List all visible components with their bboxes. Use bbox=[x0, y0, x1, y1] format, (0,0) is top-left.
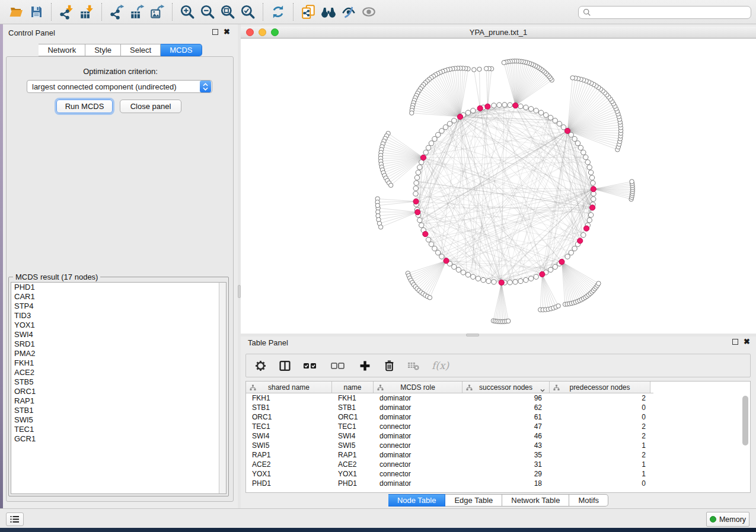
cell-predecessor-nodes: 2 bbox=[550, 451, 650, 459]
zoom-selected-icon[interactable] bbox=[238, 2, 258, 22]
network-canvas[interactable] bbox=[241, 39, 756, 334]
table-row[interactable]: ACE2 ACE2 connector 31 1 bbox=[246, 460, 750, 469]
global-search[interactable] bbox=[578, 6, 751, 19]
mcds-result-item[interactable]: GCR1 bbox=[11, 434, 219, 444]
column-header[interactable]: successor nodes bbox=[462, 382, 550, 393]
mcds-result-item[interactable]: CAR1 bbox=[11, 292, 219, 302]
mcds-result-item[interactable]: TEC1 bbox=[11, 425, 219, 434]
new-network-from-selection-icon[interactable] bbox=[298, 2, 318, 22]
refresh-layout-icon[interactable] bbox=[268, 2, 288, 22]
network-graph bbox=[241, 39, 756, 334]
show-columns-icon[interactable] bbox=[279, 360, 291, 371]
table-panel-close-icon[interactable]: ✖ bbox=[744, 339, 750, 345]
table-row[interactable]: STB1 STB1 dominator 62 0 bbox=[246, 403, 750, 412]
export-table-icon[interactable] bbox=[127, 2, 147, 22]
cell-shared-name: YOX1 bbox=[246, 470, 332, 478]
cell-predecessor-nodes: 1 bbox=[550, 460, 650, 469]
cell-mcds-role: dominator bbox=[374, 413, 462, 421]
control-panel-float-icon[interactable] bbox=[212, 29, 218, 35]
mcds-result-item[interactable]: STB1 bbox=[11, 406, 219, 415]
cell-successor-nodes: 31 bbox=[462, 460, 550, 469]
save-session-icon[interactable] bbox=[26, 2, 46, 22]
cell-name: TEC1 bbox=[332, 422, 374, 431]
select-all-icon[interactable] bbox=[303, 360, 318, 371]
table-row[interactable]: FKH1 FKH1 dominator 96 2 bbox=[246, 393, 750, 403]
import-table-icon[interactable] bbox=[76, 2, 97, 22]
horizontal-splitter[interactable] bbox=[241, 334, 756, 336]
mcds-result-item[interactable]: SWI5 bbox=[11, 415, 219, 425]
table-row[interactable]: SWI5 SWI5 connector 43 1 bbox=[246, 441, 750, 450]
open-session-icon[interactable] bbox=[6, 2, 26, 22]
task-history-button[interactable] bbox=[6, 512, 24, 526]
zoom-in-icon[interactable] bbox=[177, 2, 197, 22]
cell-predecessor-nodes: 1 bbox=[550, 470, 650, 478]
cell-successor-nodes: 35 bbox=[462, 451, 550, 459]
mcds-result-item[interactable]: PMA2 bbox=[11, 349, 219, 358]
mcds-result-item[interactable]: STB5 bbox=[11, 377, 219, 387]
cell-mcds-role: connector bbox=[374, 460, 462, 469]
cell-mcds-role: connector bbox=[374, 470, 462, 478]
mcds-result-item[interactable]: SRD1 bbox=[11, 339, 219, 349]
export-image-icon[interactable] bbox=[147, 2, 167, 22]
control-panel-tab[interactable]: MCDS bbox=[161, 44, 202, 56]
table-row[interactable]: SWI4 SWI4 dominator 46 2 bbox=[246, 431, 750, 441]
close-panel-button[interactable]: Close panel bbox=[120, 100, 181, 113]
mcds-result-list[interactable]: PHD1 CAR1 STP4 TID3 YOX1 SWI4 SRD1 PMA2 … bbox=[11, 282, 220, 494]
optimization-criterion-select[interactable]: largest connected component (undirected) bbox=[27, 80, 212, 93]
mcds-list-scrollbar[interactable] bbox=[219, 282, 227, 494]
zoom-fit-icon[interactable] bbox=[218, 2, 238, 22]
deselect-all-icon[interactable] bbox=[331, 360, 346, 371]
delete-row-icon[interactable] bbox=[383, 360, 395, 371]
export-network-icon[interactable] bbox=[107, 2, 127, 22]
table-row[interactable]: RAP1 RAP1 dominator 35 2 bbox=[246, 450, 750, 460]
table-panel-tab[interactable]: Network Table bbox=[502, 494, 569, 507]
table-row[interactable]: PHD1 PHD1 dominator 18 0 bbox=[246, 479, 750, 488]
table-panel-tab[interactable]: Motifs bbox=[569, 494, 608, 507]
mcds-result-item[interactable]: TID3 bbox=[11, 311, 219, 321]
mcds-result-item[interactable]: SWI4 bbox=[11, 330, 219, 339]
control-panel-close-icon[interactable]: ✖ bbox=[224, 29, 230, 35]
mcds-result-item[interactable]: ORC1 bbox=[11, 387, 219, 396]
control-panel-tab[interactable]: Network bbox=[39, 44, 85, 56]
column-type-icon bbox=[377, 384, 384, 393]
import-network-icon[interactable] bbox=[56, 2, 76, 22]
table-row[interactable]: TEC1 TEC1 connector 47 2 bbox=[246, 422, 750, 431]
toolbar-separator bbox=[101, 3, 102, 21]
zoom-out-icon[interactable] bbox=[197, 2, 218, 22]
mcds-result-item[interactable]: RAP1 bbox=[11, 396, 219, 406]
column-header[interactable]: name bbox=[332, 382, 374, 393]
cell-predecessor-nodes: 0 bbox=[550, 403, 650, 412]
table-panel-float-icon[interactable] bbox=[732, 339, 738, 345]
network-window-titlebar[interactable]: YPA_prune.txt_1 bbox=[241, 27, 756, 39]
mcds-result-item[interactable]: ACE2 bbox=[11, 368, 219, 377]
find-icon[interactable] bbox=[318, 2, 339, 22]
mcds-result-item[interactable]: PHD1 bbox=[11, 283, 219, 292]
mcds-result-item[interactable]: FKH1 bbox=[11, 358, 219, 368]
column-label: predecessor nodes bbox=[569, 383, 630, 392]
delete-table-icon bbox=[407, 360, 419, 371]
table-panel-tab[interactable]: Edge Table bbox=[445, 494, 502, 507]
mcds-result-item[interactable]: STP4 bbox=[11, 302, 219, 311]
search-input[interactable] bbox=[591, 7, 751, 18]
mcds-result-item[interactable]: YOX1 bbox=[11, 321, 219, 330]
table-panel-tab[interactable]: Node Table bbox=[388, 494, 446, 507]
run-mcds-button[interactable]: Run MCDS bbox=[56, 100, 113, 113]
hide-selected-icon[interactable] bbox=[339, 2, 359, 22]
table-settings-icon[interactable] bbox=[254, 360, 266, 371]
column-header[interactable]: MCDS role bbox=[374, 382, 462, 393]
table-scrollbar[interactable] bbox=[742, 395, 749, 492]
splitter-grip[interactable] bbox=[466, 334, 479, 336]
control-panel-tab[interactable]: Select bbox=[121, 44, 161, 56]
memory-label: Memory bbox=[719, 515, 746, 524]
table-row[interactable]: YOX1 YOX1 connector 29 1 bbox=[246, 469, 750, 479]
control-panel-tab[interactable]: Style bbox=[85, 44, 121, 56]
selected-criterion-value: largest connected component (undirected) bbox=[27, 82, 200, 91]
cell-name: YOX1 bbox=[332, 470, 374, 478]
toolbar-separator bbox=[51, 3, 52, 21]
column-header[interactable]: shared name bbox=[246, 382, 332, 393]
table-scrollbar-thumb[interactable] bbox=[742, 396, 748, 446]
table-row[interactable]: ORC1 ORC1 dominator 61 0 bbox=[246, 412, 750, 422]
memory-button[interactable]: Memory bbox=[706, 512, 749, 527]
add-row-icon[interactable] bbox=[359, 360, 371, 371]
column-header[interactable]: predecessor nodes bbox=[550, 382, 650, 393]
